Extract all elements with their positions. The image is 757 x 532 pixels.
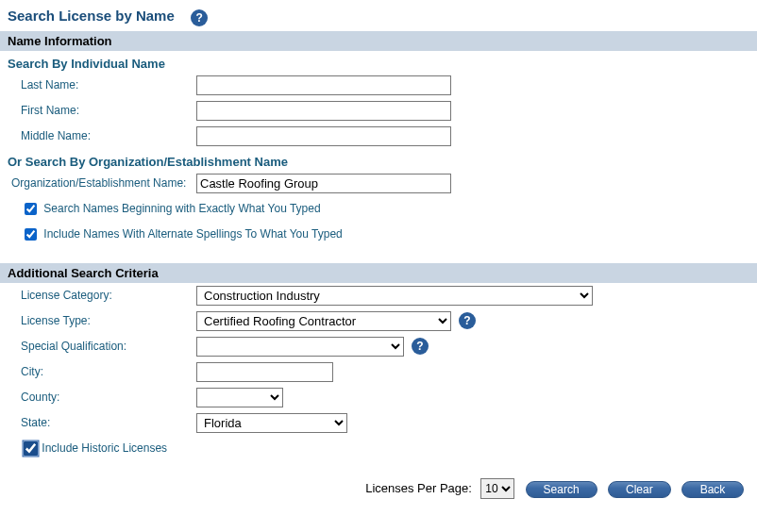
- county-select[interactable]: [196, 388, 283, 407]
- section-name-information: Name Information: [0, 30, 757, 51]
- label-license-category: License Category:: [8, 289, 196, 302]
- label-county: County:: [8, 391, 196, 404]
- exact-match-checkbox[interactable]: [25, 203, 37, 215]
- label-license-type: License Type:: [8, 314, 196, 327]
- heading-organization: Or Search By Organization/Establishment …: [0, 149, 757, 171]
- help-icon[interactable]: ?: [459, 312, 476, 329]
- state-select[interactable]: Florida: [196, 413, 347, 433]
- historic-licenses-label[interactable]: Include Historic Licenses: [42, 441, 167, 455]
- label-last-name: Last Name:: [8, 78, 196, 91]
- licenses-per-page-select[interactable]: 10: [480, 478, 514, 499]
- label-city: City:: [8, 365, 196, 378]
- help-icon[interactable]: ?: [412, 338, 429, 355]
- middle-name-input[interactable]: [196, 126, 451, 146]
- license-type-select[interactable]: Certified Roofing Contractor: [196, 311, 451, 331]
- license-category-select[interactable]: Construction Industry: [196, 286, 593, 306]
- back-button[interactable]: Back: [681, 481, 744, 498]
- label-licenses-per-page: Licenses Per Page:: [365, 481, 472, 495]
- exact-match-label[interactable]: Search Names Beginning with Exactly What…: [43, 202, 320, 215]
- historic-licenses-checkbox[interactable]: [24, 441, 39, 457]
- section-additional-criteria: Additional Search Criteria: [0, 262, 757, 283]
- label-first-name: First Name:: [8, 104, 196, 117]
- label-middle-name: Middle Name:: [8, 129, 196, 142]
- page-title: Search License by Name: [8, 8, 175, 24]
- search-button[interactable]: Search: [526, 481, 597, 498]
- label-org-name: Organization/Establishment Name:: [8, 176, 196, 190]
- label-special-qualification: Special Qualification:: [8, 340, 196, 353]
- special-qualification-select[interactable]: [196, 337, 404, 357]
- help-icon[interactable]: ?: [191, 9, 208, 26]
- org-name-input[interactable]: [196, 174, 451, 193]
- label-state: State:: [8, 416, 196, 429]
- last-name-input[interactable]: [196, 75, 451, 95]
- alt-spellings-label[interactable]: Include Names With Alternate Spellings T…: [43, 227, 342, 241]
- alt-spellings-checkbox[interactable]: [25, 228, 37, 241]
- heading-individual: Search By Individual Name: [0, 51, 757, 73]
- city-input[interactable]: [196, 362, 333, 382]
- first-name-input[interactable]: [196, 101, 451, 121]
- clear-button[interactable]: Clear: [608, 481, 671, 498]
